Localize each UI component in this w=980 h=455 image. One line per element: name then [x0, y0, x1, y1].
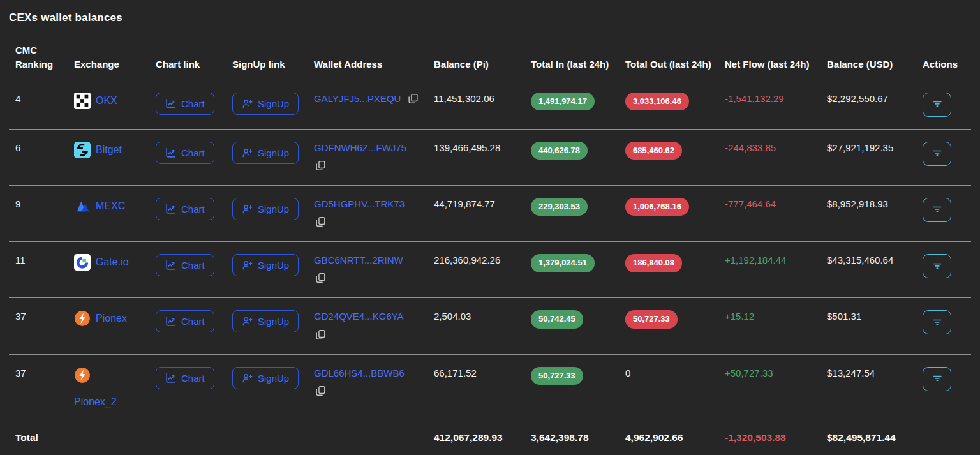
balance-pi-cell: 139,466,495.28 — [427, 129, 524, 185]
cmc-ranking-value: 37 — [15, 368, 26, 378]
balance-usd-cell: $2,292,550.67 — [820, 80, 916, 129]
table-row: 6 Bitget Chart SignUp GDFNWH6Z...FWJ75 1… — [9, 129, 971, 185]
cmc-ranking-value: 6 — [15, 142, 20, 153]
total-out-badge: 50,727.33 — [625, 310, 678, 329]
wallet-address-link[interactable]: GD24QVE4...KG6YA — [314, 311, 404, 322]
col-header-signup-link: SignUp link — [226, 40, 308, 80]
copy-address-button[interactable] — [315, 329, 326, 342]
balance-usd-cell: $43,315,460.64 — [820, 242, 916, 298]
chart-link-cell: Chart — [149, 354, 226, 421]
balance-pi-value: 44,719,874.77 — [434, 198, 495, 209]
signup-link-cell: SignUp — [226, 242, 308, 298]
signup-button-label: SignUp — [258, 373, 289, 383]
copy-icon — [408, 96, 419, 106]
cmc-ranking-cell: 11 — [9, 242, 68, 298]
copy-icon — [315, 220, 326, 229]
copy-address-button[interactable] — [408, 93, 419, 106]
table-body: 4 OKX Chart SignUp GALYJFJ5...PXEQU 11,4… — [9, 80, 971, 421]
exchange-link[interactable]: Gate.io — [74, 254, 143, 271]
net-flow-cell: -1,541,132.29 — [718, 80, 820, 129]
person-plus-icon — [242, 147, 253, 158]
total-in-cell: 440,626.78 — [524, 129, 619, 185]
chart-link-button[interactable]: Chart — [156, 367, 214, 389]
total-in-cell: 50,727.33 — [524, 354, 619, 421]
signup-link-button[interactable]: SignUp — [232, 367, 299, 389]
filter-icon — [931, 371, 944, 386]
wallet-address-cell: GALYJFJ5...PXEQU — [308, 80, 427, 129]
total-net-flow: -1,320,503.88 — [718, 421, 820, 455]
balance-usd-cell: $501.31 — [820, 298, 916, 354]
actions-cell — [916, 80, 971, 129]
okx-logo-icon — [74, 93, 91, 109]
exchange-link[interactable]: Pionex — [74, 310, 143, 327]
signup-link-button[interactable]: SignUp — [232, 93, 299, 115]
net-flow-value: -1,541,132.29 — [725, 93, 784, 104]
balance-usd-cell: $8,952,918.93 — [820, 185, 916, 241]
exchange-link[interactable]: MEXC — [74, 198, 143, 214]
cmc-ranking-cell: 4 — [9, 80, 68, 129]
exchange-link[interactable]: Bitget — [74, 142, 143, 158]
actions-filter-button[interactable] — [923, 367, 951, 391]
total-out-cell: 1,006,768.16 — [619, 185, 718, 241]
wallet-address-link[interactable]: GDFNWH6Z...FWJ75 — [314, 142, 406, 153]
table-header-row: CMC Ranking Exchange Chart link SignUp l… — [9, 40, 971, 80]
wallet-address: GALYJFJ5...PXEQU — [314, 93, 421, 106]
actions-filter-button[interactable] — [923, 142, 951, 166]
chart-link-cell: Chart — [149, 129, 226, 185]
exchange-link[interactable]: OKX — [74, 93, 143, 109]
wallet-address-cell: GD24QVE4...KG6YA — [308, 298, 427, 354]
signup-link-button[interactable]: SignUp — [232, 310, 299, 332]
cmc-ranking-cell: 37 — [9, 354, 68, 421]
total-in-badge: 50,742.45 — [531, 310, 583, 329]
chart-link-cell: Chart — [149, 298, 226, 354]
wallet-address-link[interactable]: GD5HGPHV...TRK73 — [314, 198, 405, 209]
line-chart-icon — [165, 147, 176, 158]
actions-filter-button[interactable] — [923, 310, 951, 334]
person-plus-icon — [242, 204, 253, 214]
chart-link-button[interactable]: Chart — [156, 93, 214, 115]
signup-button-label: SignUp — [258, 148, 289, 158]
actions-filter-button[interactable] — [923, 198, 951, 222]
actions-filter-button[interactable] — [923, 93, 951, 117]
exchange-cell: Pionex_2 — [68, 354, 149, 421]
balance-usd-value: $8,952,918.93 — [827, 198, 888, 209]
chart-button-label: Chart — [181, 148, 205, 158]
gate-io-logo-icon — [74, 254, 91, 271]
copy-address-button[interactable] — [315, 216, 326, 229]
actions-cell — [916, 242, 971, 298]
col-header-total-out: Total Out (last 24h) — [619, 40, 718, 80]
table-row: 11 Gate.io Chart SignUp GBC6NRTT...2RINW… — [9, 242, 971, 298]
total-out-badge: 1,006,768.16 — [625, 198, 689, 216]
signup-link-button[interactable]: SignUp — [232, 198, 299, 220]
chart-link-button[interactable]: Chart — [156, 142, 214, 164]
exchange-name: Pionex — [96, 311, 127, 325]
chart-link-cell: Chart — [149, 185, 226, 241]
table-row: 9 MEXC Chart SignUp GD5HGPHV...TRK73 44,… — [9, 185, 971, 241]
balance-usd-value: $501.31 — [827, 311, 861, 322]
wallet-address-cell: GBC6NRTT...2RINW — [308, 242, 427, 298]
wallet-address-link[interactable]: GBC6NRTT...2RINW — [314, 255, 403, 265]
signup-button-label: SignUp — [258, 99, 289, 108]
signup-link-button[interactable]: SignUp — [232, 142, 299, 164]
wallet-address-link[interactable]: GDL66HS4...BBWB6 — [314, 368, 405, 378]
signup-link-cell: SignUp — [226, 185, 308, 241]
balance-usd-value: $2,292,550.67 — [827, 93, 888, 104]
line-chart-icon — [165, 260, 176, 271]
copy-address-button[interactable] — [315, 160, 326, 173]
signup-link-cell: SignUp — [226, 129, 308, 185]
chart-link-button[interactable]: Chart — [156, 310, 214, 332]
chart-link-button[interactable]: Chart — [156, 198, 214, 220]
wallet-address-link[interactable]: GALYJFJ5...PXEQU — [314, 93, 401, 104]
bitget-logo-icon — [74, 142, 91, 158]
copy-address-button[interactable] — [315, 385, 326, 398]
chart-link-button[interactable]: Chart — [156, 254, 214, 276]
line-chart-icon — [165, 316, 176, 327]
net-flow-cell: +50,727.33 — [718, 354, 820, 421]
table-row: 37 Pionex_2 Chart SignUp GDL66HS4...BBWB… — [9, 354, 971, 421]
actions-filter-button[interactable] — [923, 254, 951, 278]
signup-link-button[interactable]: SignUp — [232, 254, 299, 276]
exchange-link[interactable]: Pionex_2 — [74, 367, 143, 409]
col-header-cmc-ranking: CMC Ranking — [9, 40, 68, 80]
copy-address-button[interactable] — [315, 272, 326, 285]
balance-pi-value: 216,360,942.26 — [434, 255, 500, 265]
